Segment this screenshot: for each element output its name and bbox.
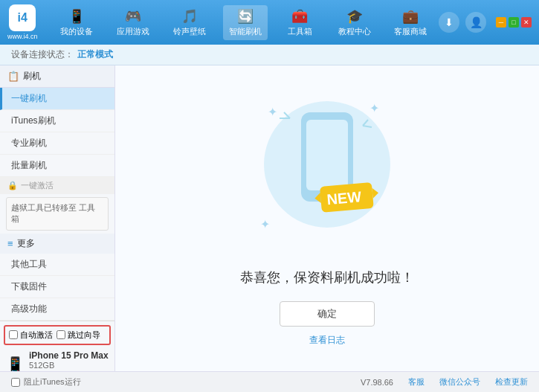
flash-section-icon: 📋 — [7, 71, 19, 82]
nav-apps-games[interactable]: 🎮 应用游戏 — [111, 5, 155, 40]
close-button[interactable]: ✕ — [521, 17, 532, 28]
sidebar-item-one-click-flash[interactable]: 一键刷机 — [0, 88, 114, 110]
main-content: ✦ ✦ ✦ NEW — [115, 65, 539, 371]
sidebar-item-advanced[interactable]: 高级功能 — [0, 298, 114, 321]
footer-link-wechat[interactable]: 微信公众号 — [439, 376, 480, 388]
itunes-label: 阻止iTunes运行 — [24, 376, 81, 388]
auto-activate-input[interactable] — [9, 330, 18, 339]
status-prefix: 设备连接状态： — [11, 48, 74, 61]
device-name: iPhone 15 Pro Max — [29, 350, 109, 361]
device-phone-icon: 📱 — [6, 356, 25, 371]
device-info: 📱 iPhone 15 Pro Max 512GB iPhone — [4, 348, 111, 371]
more-section-icon: ≡ — [7, 238, 13, 249]
footer-right: V7.98.66 客服 微信公众号 检查更新 — [361, 376, 528, 388]
sidebar-item-other-tools[interactable]: 其他工具 — [0, 254, 114, 276]
sidebar-section-activate: 🔒 一键激活 — [0, 177, 114, 194]
success-message: 恭喜您，保资料刷机成功啦！ — [240, 269, 414, 286]
sidebar-item-download-firmware[interactable]: 下载固件 — [0, 276, 114, 298]
window-controls: ─ □ ✕ — [496, 17, 532, 28]
download-button[interactable]: ⬇ — [439, 12, 459, 33]
sidebar-item-batch-flash[interactable]: 批量刷机 — [0, 155, 114, 177]
my-device-icon: 📱 — [68, 8, 85, 25]
auto-activate-checkbox[interactable]: 自动激活 — [9, 330, 53, 341]
logo: i4 www.i4.cn — [7, 4, 38, 40]
ringtones-icon: 🎵 — [181, 8, 198, 25]
sidebar-item-pro-flash[interactable]: 专业刷机 — [0, 132, 114, 155]
logo-icon: i4 — [9, 4, 36, 31]
quick-guide-input[interactable] — [57, 330, 65, 339]
nav-smart-flash[interactable]: 🔄 智能刷机 — [223, 5, 268, 40]
log-link[interactable]: 查看日志 — [309, 334, 345, 347]
header-right: ⬇ 👤 ─ □ ✕ — [439, 12, 532, 33]
device-details: iPhone 15 Pro Max 512GB iPhone — [29, 350, 109, 371]
sidebar: 📋 刷机 一键刷机 iTunes刷机 专业刷机 批量刷机 🔒 一键激活 越狱工具… — [0, 65, 115, 371]
status-value: 正常模式 — [77, 48, 113, 61]
main-nav: 📱 我的设备 🎮 应用游戏 🎵 铃声壁纸 🔄 智能刷机 🧰 工具箱 🎓 教程中心… — [49, 5, 439, 40]
nav-my-device[interactable]: 📱 我的设备 — [54, 5, 99, 40]
device-type: iPhone — [29, 370, 109, 371]
footer-link-update[interactable]: 检查更新 — [495, 376, 528, 388]
user-button[interactable]: 👤 — [465, 12, 486, 33]
success-illustration: ✦ ✦ ✦ NEW — [253, 90, 401, 254]
sidebar-notice: 越狱工具已转移至 工具箱 — [6, 197, 109, 231]
toolbox-icon: 🧰 — [291, 8, 308, 25]
nav-service[interactable]: 💼 客服商城 — [388, 5, 433, 40]
app-header: i4 www.i4.cn 📱 我的设备 🎮 应用游戏 🎵 铃声壁纸 🔄 智能刷机… — [0, 0, 539, 45]
logo-subtitle: www.i4.cn — [7, 33, 38, 40]
svg-text:NEW: NEW — [326, 188, 363, 208]
itunes-block-checkbox[interactable] — [11, 378, 20, 387]
sparkle-icon-2: ✦ — [369, 101, 379, 115]
device-storage: 512GB — [29, 361, 109, 370]
nav-toolbox[interactable]: 🧰 工具箱 — [280, 5, 320, 40]
nav-tutorials[interactable]: 🎓 教程中心 — [332, 5, 377, 40]
service-icon: 💼 — [402, 8, 419, 25]
nav-ringtones[interactable]: 🎵 铃声壁纸 — [167, 5, 212, 40]
auto-activate-row: 自动激活 跳过向导 — [4, 325, 111, 345]
sidebar-section-more: ≡ 更多 — [0, 234, 114, 254]
footer-left: 阻止iTunes运行 — [11, 376, 81, 388]
svg-rect-2 — [306, 120, 348, 190]
version-number: V7.98.66 — [361, 378, 393, 387]
sidebar-item-itunes-flash[interactable]: iTunes刷机 — [0, 110, 114, 132]
sidebar-section-flash: 📋 刷机 — [0, 65, 114, 88]
tutorials-icon: 🎓 — [346, 8, 363, 25]
footer: 阻止iTunes运行 V7.98.66 客服 微信公众号 检查更新 — [0, 371, 539, 392]
smart-flash-icon: 🔄 — [237, 8, 254, 25]
quick-guide-checkbox[interactable]: 跳过向导 — [57, 330, 100, 341]
main-layout: 📋 刷机 一键刷机 iTunes刷机 专业刷机 批量刷机 🔒 一键激活 越狱工具… — [0, 65, 539, 371]
status-bar: 设备连接状态： 正常模式 — [0, 45, 539, 65]
confirm-button[interactable]: 确定 — [280, 301, 375, 327]
apps-games-icon: 🎮 — [125, 8, 141, 25]
device-bottom: 自动激活 跳过向导 📱 iPhone 15 Pro Max 512GB iPho… — [0, 321, 114, 371]
maximize-button[interactable]: □ — [509, 17, 519, 28]
sparkle-icon-1: ✦ — [268, 105, 277, 119]
footer-link-service[interactable]: 客服 — [408, 376, 425, 388]
minimize-button[interactable]: ─ — [496, 17, 506, 28]
sparkle-icon-3: ✦ — [260, 217, 270, 231]
